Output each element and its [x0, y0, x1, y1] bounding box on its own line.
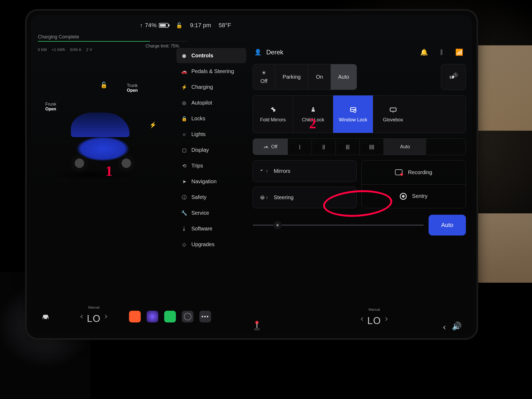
controls-icon: ◉	[181, 53, 187, 59]
seg-label: Off	[260, 78, 267, 84]
seg-label: |	[299, 144, 300, 150]
sidebar-item-label: Safety	[191, 194, 207, 200]
app-icon-2[interactable]	[147, 311, 158, 322]
sidebar-item-navigation[interactable]: ➤ Navigation	[176, 174, 246, 189]
brightness-slider[interactable]: ☀	[253, 225, 424, 226]
wiper-4-button[interactable]: ||||	[360, 139, 384, 155]
sidebar-item-service[interactable]: 🔧 Service	[176, 205, 246, 221]
temp-up-icon[interactable]	[103, 315, 107, 318]
sidebar-item-label: Navigation	[191, 178, 217, 185]
brightness-knob[interactable]: ☀	[273, 221, 282, 229]
toybox-icon[interactable]	[252, 320, 263, 334]
wifi-icon[interactable]: 📶	[455, 49, 463, 56]
high-beam-button[interactable]: A	[441, 64, 466, 90]
wiper-2-button[interactable]: ||	[312, 139, 336, 155]
wiper-segment: Off | || ||| |||| Auto	[253, 138, 466, 155]
sidebar-item-controls[interactable]: ◉ Controls	[176, 48, 246, 63]
charge-port-icon[interactable]: ⚡	[149, 122, 156, 129]
unlock-icon[interactable]: 🔓	[100, 82, 107, 89]
car-icon: 🚗	[181, 69, 187, 74]
brightness-row: ☀ Auto	[253, 214, 466, 236]
driver-temp-control[interactable]: Manual LO	[81, 309, 107, 324]
battery-indicator[interactable]: ↑ 74%	[140, 22, 168, 29]
trips-icon: ⟲	[181, 163, 187, 169]
vehicle-panel: 🔓 Frunk Open Trunk Open ⚡	[31, 55, 170, 263]
passenger-temp-control[interactable]: Manual LO	[361, 311, 387, 326]
sidebar-item-software[interactable]: ⭳ Software	[176, 221, 246, 236]
lock-icon[interactable]: 🔓	[176, 22, 183, 29]
bolt-icon: ⚡	[181, 84, 187, 90]
charge-limit-bar[interactable]	[38, 41, 187, 42]
mirror-adjust-icon: ↕	[260, 169, 268, 174]
seg-label: Auto	[338, 74, 349, 80]
sidebar-item-label: Service	[191, 210, 209, 216]
temp-value: LO	[367, 315, 381, 326]
temp-down-icon[interactable]	[361, 317, 365, 321]
more-apps-icon[interactable]: •••	[199, 311, 211, 322]
sidebar-item-lights[interactable]: ☼ Lights	[176, 127, 246, 142]
settings-sidebar: ◉ Controls 🚗 Pedals & Steering ⚡ Chargin…	[176, 47, 246, 297]
auto-label: Auto	[441, 222, 453, 229]
sidebar-item-upgrades[interactable]: ◇ Upgrades	[176, 237, 246, 252]
sidebar-item-label: Software	[191, 226, 212, 232]
lights-parking-button[interactable]: Parking	[275, 64, 308, 90]
lights-auto-button[interactable]: Auto	[331, 64, 357, 90]
sidebar-item-safety[interactable]: ⓘ Safety	[176, 190, 246, 205]
child-icon	[310, 106, 317, 114]
trunk-state: Open	[127, 88, 138, 93]
wiper-icon	[263, 144, 269, 150]
camera-app-icon[interactable]	[182, 311, 194, 322]
wheel-icon	[118, 155, 135, 172]
annotation-2: 2	[309, 116, 316, 131]
sidebar-item-locks[interactable]: 🔒 Locks	[176, 111, 246, 126]
frunk-state: Open	[45, 107, 56, 111]
wiper-3-button[interactable]: |||	[336, 139, 360, 155]
glovebox-tile[interactable]: Glovebox	[373, 95, 413, 133]
brightness-auto-button[interactable]: Auto	[429, 215, 466, 236]
car-shadow	[52, 170, 138, 180]
sun-icon: ☀	[261, 70, 266, 76]
profile-icon[interactable]: 👤	[254, 49, 261, 56]
sidebar-item-autopilot[interactable]: ◎ Autopilot	[176, 95, 246, 110]
sidebar-item-display[interactable]: ▢ Display	[176, 142, 246, 158]
auto-badge-icon: A	[453, 73, 458, 77]
car-render	[63, 124, 143, 167]
frunk-button[interactable]: Frunk Open	[45, 102, 56, 111]
bluetooth-icon[interactable]: ᛒ	[440, 49, 444, 56]
window-lock-tile[interactable]: Window Lock	[333, 95, 373, 133]
sidebar-item-trips[interactable]: ⟲ Trips	[176, 158, 246, 173]
sidebar-item-pedals[interactable]: 🚗 Pedals & Steering	[176, 64, 246, 79]
sidebar-item-charging[interactable]: ⚡ Charging	[176, 79, 246, 95]
rec-label: Recording	[408, 169, 432, 175]
headlights-segment: ☀ Off Parking On Auto	[253, 64, 357, 90]
fold-mirrors-tile[interactable]: Fold Mirrors	[253, 95, 293, 133]
battery-pct: 74%	[145, 22, 157, 29]
wiper-1-button[interactable]: |	[288, 139, 312, 155]
temp-down-icon[interactable]	[80, 315, 84, 318]
mirrors-adjust-button[interactable]: ↕ Mirrors	[253, 160, 357, 182]
temp-up-icon[interactable]	[384, 317, 388, 321]
lights-on-button[interactable]: On	[308, 64, 331, 90]
charge-current: 0/40 A	[70, 47, 82, 52]
trunk-button[interactable]: Trunk Open	[127, 83, 138, 93]
recording-button[interactable]: Recording	[362, 161, 466, 184]
steering-adjust-icon: ↕	[260, 195, 268, 200]
car-app-icon[interactable]	[41, 311, 51, 322]
charge-limit-label: Charge limit: 75%	[146, 44, 179, 49]
adjust-label: Steering	[274, 194, 294, 201]
profile-name[interactable]: Derek	[266, 49, 283, 56]
app-icon-3[interactable]	[164, 311, 176, 322]
volume-icon[interactable]: 🔊	[444, 321, 462, 331]
temp-mode: Manual	[87, 305, 101, 309]
wiper-auto-button[interactable]: Auto	[384, 139, 426, 155]
wiper-off-button[interactable]: Off	[253, 139, 288, 155]
notifications-icon[interactable]: 🔔	[420, 49, 428, 56]
seg-label: ||	[323, 144, 325, 150]
annotation-1: 1	[106, 163, 112, 179]
app-icon-1[interactable]	[129, 311, 141, 322]
vol-down-icon[interactable]	[443, 326, 447, 329]
lights-off-button[interactable]: ☀ Off	[253, 64, 275, 90]
outside-temp: 58°F	[219, 22, 231, 29]
tile-label: Window Lock	[339, 117, 367, 123]
trunk-label: Trunk	[127, 83, 138, 88]
